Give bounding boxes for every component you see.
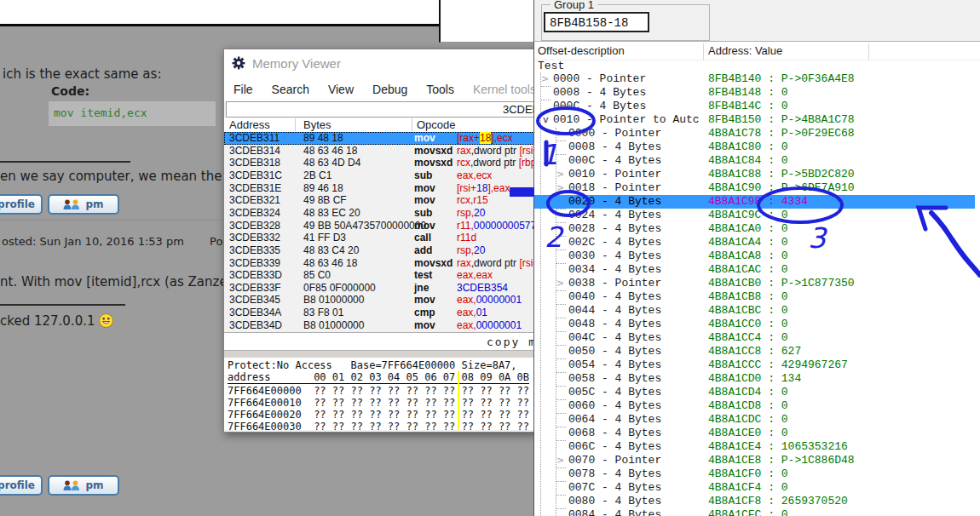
disasm-row[interactable]: 3CDEB33D85 C0testeax,eax <box>224 269 565 282</box>
struct-row[interactable]: 0048 - 4 Bytes4B8A1CC0 : 0 <box>534 318 980 331</box>
profile-button[interactable]: profile <box>0 194 43 215</box>
disasm-row[interactable]: 3CDEB345B8 01000000moveax,00000001 <box>224 294 565 307</box>
hex-row[interactable]: 7FF664E00030 ?? ?? ?? ?? ?? ?? ?? ?? ?? … <box>228 421 529 430</box>
struct-row[interactable]: >0070 - Pointer4B8A1CE8 : P->1C886D48 <box>534 454 980 467</box>
splitter-handle[interactable]: ...... <box>224 351 565 358</box>
tree-connector <box>556 209 566 209</box>
struct-row[interactable]: 0008 - 4 Bytes4B8A1C80 : 0 <box>534 140 980 154</box>
disasm-row[interactable]: 3CDEB32849 BB 50A4735700000000movr11,000… <box>224 220 565 232</box>
disasm-row[interactable]: 3CDEB31C2B C1subeax,ecx <box>224 169 565 182</box>
tree-connector <box>556 467 566 468</box>
struct-row[interactable]: >0038 - Pointer4B8A1CB0 : P->1C877350 <box>534 277 980 290</box>
struct-address-value: 4B8A1CD4 : 0 <box>708 386 788 399</box>
menu-item-tools[interactable]: Tools <box>417 83 464 96</box>
menu-item-search[interactable]: Search <box>262 83 319 96</box>
pm-users-icon-2 <box>63 480 82 491</box>
disasm-row[interactable]: 3CDEB31448 63 46 18movsxdrax,dword ptr [… <box>224 145 565 158</box>
code-block-label: Code: <box>51 84 89 98</box>
struct-row[interactable]: 0054 - 4 Bytes4B8A1CCC : 4294967267 <box>534 358 980 372</box>
struct-row[interactable]: >0018 - Pointer4B8A1C90 : P->6DE7A910 <box>534 181 980 195</box>
struct-row[interactable]: 002C - 4 Bytes4B8A1CA4 : 0 <box>534 236 980 249</box>
struct-row[interactable]: 0080 - 4 Bytes4B8A1CF8 : 2659370520 <box>534 495 980 508</box>
struct-row[interactable]: 0068 - 4 Bytes4B8A1CE0 : 0 <box>534 427 980 440</box>
menu-item-file[interactable]: File <box>224 83 262 96</box>
struct-row[interactable]: 0008 - 4 Bytes8FB4B148 : 0 <box>534 86 980 100</box>
col-offset-description[interactable]: Offset-description <box>538 44 625 57</box>
address-combobox[interactable]: 3CDEB311 <box>226 101 563 118</box>
hex-row[interactable]: 7FF664E00010 ?? ?? ?? ?? ?? ?? ?? ?? ?? … <box>228 397 529 409</box>
struct-address-value: 4B8A1CE0 : 0 <box>708 427 788 440</box>
struct-row[interactable]: 0034 - 4 Bytes4B8A1CAC : 0 <box>534 263 980 277</box>
struct-row[interactable]: 0044 - 4 Bytes4B8A1CBC : 0 <box>534 304 980 318</box>
collapsed-chevron-icon[interactable]: > <box>541 72 549 86</box>
struct-address-value: 4B8A1CF8 : 2659370520 <box>708 495 848 508</box>
group-address-input[interactable]: 8FB4B158-18 <box>544 12 649 32</box>
disasm-row[interactable]: 3CDEB31189 48 18mov[rax+18],ecx <box>224 132 565 145</box>
struct-row[interactable]: 0084 - 4 Bytes4B8A1CFC : 0 <box>534 508 980 516</box>
disasm-row[interactable]: 3CDEB33548 83 C4 20addrsp,20 <box>224 244 565 257</box>
tree-connector <box>556 195 566 196</box>
disasm-row[interactable]: 3CDEB31E89 46 18mov[rsi+18],eax <box>224 182 565 195</box>
struct-address-value: 4B8A1CAC : 0 <box>708 263 788 277</box>
struct-row[interactable]: >0000 - Pointer8FB4B140 : P->0F36A4E8 <box>534 72 980 86</box>
struct-row[interactable]: >0000 - Pointer4B8A1C78 : P->0F29EC68 <box>534 127 980 140</box>
struct-row[interactable]: 007C - 4 Bytes4B8A1CF4 : 0 <box>534 481 980 495</box>
pm-button[interactable]: pm <box>48 194 119 215</box>
tree-connector <box>556 263 566 264</box>
struct-row[interactable]: 0030 - 4 Bytes4B8A1CA8 : 0 <box>534 249 980 263</box>
struct-row[interactable]: 0024 - 4 Bytes4B8A1C9C : 0 <box>534 209 980 222</box>
struct-row[interactable]: 0040 - 4 Bytes4B8A1CB8 : 0 <box>534 290 980 304</box>
profile-button-2[interactable]: profile <box>0 475 43 496</box>
collapsed-chevron-icon[interactable]: > <box>556 454 564 467</box>
disasm-row[interactable]: 3CDEB32448 83 EC 20subrsp,20 <box>224 207 565 220</box>
col-opcode[interactable]: Opcode <box>417 118 456 131</box>
struct-row[interactable]: 0020 - 4 Bytes4B8A1C98 : 4334 <box>534 195 975 209</box>
collapsed-chevron-icon[interactable]: > <box>556 127 564 140</box>
col-address-value[interactable]: Address: Value <box>708 44 782 57</box>
col-address[interactable]: Address <box>229 118 270 131</box>
collapsed-chevron-icon[interactable]: > <box>556 181 564 195</box>
column-separator <box>412 118 412 131</box>
disasm-row[interactable]: 3CDEB33948 63 46 18movsxdrax,dword ptr [… <box>224 257 565 270</box>
struct-address-value: 4B8A1CC4 : 0 <box>708 331 788 345</box>
struct-row[interactable]: >0010 - Pointer to Autc8FB4B150 : P->4B8… <box>534 113 980 127</box>
struct-row[interactable]: 000C - 4 Bytes8FB4B14C : 0 <box>534 100 980 113</box>
struct-address-value: 4B8A1CC8 : 627 <box>708 345 801 358</box>
disasm-row[interactable]: 3CDEB32149 8B CFmovrcx,r15 <box>224 194 565 207</box>
menu-item-view[interactable]: View <box>319 83 363 96</box>
struct-row[interactable]: 005C - 4 Bytes4B8A1CD4 : 0 <box>534 386 980 399</box>
struct-offset-description: 000C - 4 Bytes <box>568 154 661 168</box>
struct-row[interactable]: 000C - 4 Bytes4B8A1C84 : 0 <box>534 154 980 168</box>
pm-button-2[interactable]: pm <box>48 475 119 496</box>
collapsed-chevron-icon[interactable]: > <box>556 277 564 290</box>
struct-offset-description: 0010 - Pointer <box>568 168 661 181</box>
disasm-row[interactable]: 3CDEB33241 FF D3callr11d <box>224 232 565 244</box>
struct-row[interactable]: 0060 - 4 Bytes4B8A1CD8 : 0 <box>534 399 980 413</box>
struct-row[interactable]: 0028 - 4 Bytes4B8A1CA0 : 0 <box>534 222 980 236</box>
struct-row[interactable]: 0050 - 4 Bytes4B8A1CC8 : 627 <box>534 345 980 358</box>
group-box: Group 1 8FB4B158-18 <box>541 4 710 41</box>
tree-connector <box>556 318 566 318</box>
struct-row[interactable]: 006C - 4 Bytes4B8A1CE4 : 1065353216 <box>534 440 980 454</box>
struct-row[interactable]: >0010 - Pointer4B8A1C88 : P->5BD2C820 <box>534 168 980 181</box>
code-block: mov itemid,ecx <box>49 101 216 126</box>
disasm-row[interactable]: 3CDEB34A83 F8 01cmpeax,01 <box>224 307 565 319</box>
collapsed-chevron-icon[interactable]: > <box>556 168 564 181</box>
struct-address-value: 4B8A1CB0 : P->1C877350 <box>708 277 855 290</box>
col-bytes[interactable]: Bytes <box>303 118 331 131</box>
screenshot-canvas: ich is the exact same as: Code: mov item… <box>0 0 980 516</box>
hex-row[interactable]: 7FF664E00000 ?? ?? ?? ?? ?? ?? ?? ?? ?? … <box>228 385 529 397</box>
menu-item-debug[interactable]: Debug <box>363 83 417 96</box>
disassembly-list: 3CDEB31189 48 18mov[rax+18],ecx3CDEB3144… <box>224 132 565 332</box>
struct-row[interactable]: 0064 - 4 Bytes4B8A1CDC : 0 <box>534 413 980 427</box>
memory-viewer-titlebar[interactable]: Memory Viewer <box>224 49 565 77</box>
struct-row[interactable]: 004C - 4 Bytes4B8A1CC4 : 0 <box>534 331 980 345</box>
disasm-row[interactable]: 3CDEB34DB8 01000000moveax,00000001 <box>224 319 565 332</box>
struct-root-node[interactable]: Test <box>538 60 564 72</box>
disasm-row[interactable]: 3CDEB33F0F85 0F000000jne3CDEB354 <box>224 282 565 295</box>
disasm-row[interactable]: 3CDEB31848 63 4D D4movsxdrcx,dword ptr [… <box>224 157 565 169</box>
struct-row[interactable]: 0058 - 4 Bytes4B8A1CD0 : 134 <box>534 372 980 386</box>
hex-row[interactable]: 7FF664E00020 ?? ?? ?? ?? ?? ?? ?? ?? ?? … <box>228 409 529 421</box>
expanded-chevron-icon[interactable]: > <box>539 116 552 123</box>
struct-row[interactable]: 0078 - 4 Bytes4B8A1CF0 : 0 <box>534 467 980 481</box>
